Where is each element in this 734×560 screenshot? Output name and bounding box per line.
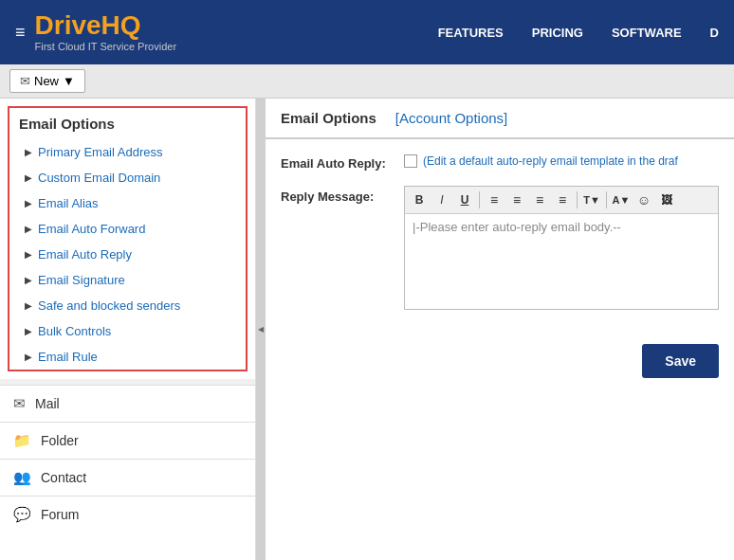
sidebar-item-email-signature[interactable]: ▶ Email Signature xyxy=(9,267,246,293)
arrow-icon: ▶ xyxy=(25,249,32,260)
nav-features[interactable]: FEATURES xyxy=(438,26,504,40)
logo-text: DriveHQ xyxy=(35,12,177,39)
logo-drive: Drive xyxy=(35,10,101,40)
email-options-section: Email Options ▶ Primary Email Address ▶ … xyxy=(8,106,248,371)
reply-message-label: Reply Message: xyxy=(281,186,404,204)
content-area: Email Options [Account Options] Email Au… xyxy=(266,99,734,560)
image-button[interactable]: 🖼 xyxy=(656,190,677,210)
sidebar-item-email-auto-forward[interactable]: ▶ Email Auto Forward xyxy=(9,216,246,242)
menu-icon[interactable]: ≡ xyxy=(15,23,26,43)
header: ≡ DriveHQ First Cloud IT Service Provide… xyxy=(0,0,734,64)
editor-body[interactable]: |-Please enter auto-reply email body.-- xyxy=(405,214,718,309)
sidebar-item-label: Bulk Controls xyxy=(38,324,111,338)
sidebar-nav-mail[interactable]: ✉ Mail xyxy=(0,385,255,422)
sidebar-item-email-alias[interactable]: ▶ Email Alias xyxy=(9,190,246,216)
new-button[interactable]: ✉ New ▼ xyxy=(9,69,85,93)
sidebar-nav-folder-label: Folder xyxy=(41,433,79,448)
sidebar-nav-contact-label: Contact xyxy=(41,470,86,485)
sidebar-item-label: Email Rule xyxy=(38,350,98,364)
arrow-icon: ▶ xyxy=(25,147,32,157)
auto-reply-checkbox[interactable] xyxy=(404,154,417,168)
save-row: Save xyxy=(266,334,734,388)
toolbar: ✉ New ▼ xyxy=(0,64,734,99)
sidebar-item-email-rule[interactable]: ▶ Email Rule xyxy=(9,344,246,370)
sidebar-item-label: Email Auto Reply xyxy=(38,247,132,262)
sidebar-item-label: Safe and blocked senders xyxy=(38,298,180,313)
folder-icon: 📁 xyxy=(13,432,31,449)
forum-icon: 💬 xyxy=(13,506,31,523)
logo-hq: HQ xyxy=(101,10,141,40)
sidebar-item-label: Custom Email Domain xyxy=(38,171,160,185)
sidebar-item-label: Email Signature xyxy=(38,273,125,287)
sidebar-item-label: Email Auto Forward xyxy=(38,222,145,236)
logo: DriveHQ First Cloud IT Service Provider xyxy=(35,12,177,52)
auto-reply-controls: (Edit a default auto-reply email templat… xyxy=(404,154,719,168)
mail-icon: ✉ xyxy=(13,395,26,412)
auto-reply-label: Email Auto Reply: xyxy=(281,154,404,171)
sidebar-item-label: Primary Email Address xyxy=(38,145,162,159)
main-container: Email Options ▶ Primary Email Address ▶ … xyxy=(0,99,734,560)
scroll-handle[interactable] xyxy=(256,99,266,560)
sidebar-item-bulk-controls[interactable]: ▶ Bulk Controls xyxy=(9,318,246,344)
contact-icon: 👥 xyxy=(13,469,31,486)
sidebar-nav-folder[interactable]: 📁 Folder xyxy=(0,422,255,459)
sidebar-item-label: Email Alias xyxy=(38,196,99,210)
sidebar: Email Options ▶ Primary Email Address ▶ … xyxy=(0,99,256,560)
new-dropdown-icon: ▼ xyxy=(63,74,75,88)
editor-toolbar: B I U ≡ ≡ ≡ ≡ T▼ A▼ ☺ 🖼 xyxy=(405,187,718,214)
align-left-button[interactable]: ≡ xyxy=(484,190,505,210)
auto-reply-row: Email Auto Reply: (Edit a default auto-r… xyxy=(281,154,719,171)
align-justify-button[interactable]: ≡ xyxy=(552,190,573,210)
logo-subtitle: First Cloud IT Service Provider xyxy=(35,41,177,52)
align-center-button[interactable]: ≡ xyxy=(506,190,527,210)
sidebar-item-safe-blocked[interactable]: ▶ Safe and blocked senders xyxy=(9,293,246,318)
nav-d[interactable]: D xyxy=(710,26,719,40)
sidebar-item-primary-email[interactable]: ▶ Primary Email Address xyxy=(9,139,246,165)
toolbar-separator-3 xyxy=(606,191,607,208)
form-area: Email Auto Reply: (Edit a default auto-r… xyxy=(266,139,734,334)
sidebar-nav-contact[interactable]: 👥 Contact xyxy=(0,459,255,496)
reply-message-row: Reply Message: B I U ≡ ≡ ≡ ≡ T▼ A xyxy=(281,186,719,310)
save-button[interactable]: Save xyxy=(642,344,719,378)
text-format-button[interactable]: T▼ xyxy=(581,190,602,210)
bold-button[interactable]: B xyxy=(409,190,430,210)
font-color-button[interactable]: A▼ xyxy=(611,190,632,210)
arrow-icon: ▶ xyxy=(25,300,32,311)
arrow-icon: ▶ xyxy=(25,352,32,362)
content-title: Email Options xyxy=(281,110,376,126)
emoji-button[interactable]: ☺ xyxy=(633,190,654,210)
sidebar-nav-mail-label: Mail xyxy=(35,396,60,411)
envelope-icon: ✉ xyxy=(20,74,30,88)
toolbar-separator-2 xyxy=(577,191,578,208)
arrow-icon: ▶ xyxy=(25,275,32,285)
italic-button[interactable]: I xyxy=(431,190,452,210)
sidebar-nav-forum-label: Forum xyxy=(41,507,79,522)
toolbar-separator-1 xyxy=(479,191,480,208)
arrow-icon: ▶ xyxy=(25,326,32,336)
nav-software[interactable]: SOFTWARE xyxy=(612,26,682,40)
sidebar-nav-forum[interactable]: 💬 Forum xyxy=(0,496,255,533)
arrow-icon: ▶ xyxy=(25,172,32,183)
account-options-link[interactable]: [Account Options] xyxy=(395,110,507,126)
underline-button[interactable]: U xyxy=(454,190,475,210)
editor-container: B I U ≡ ≡ ≡ ≡ T▼ A▼ ☺ 🖼 xyxy=(404,186,719,310)
sidebar-item-email-auto-reply[interactable]: ▶ Email Auto Reply xyxy=(9,242,246,267)
auto-reply-description: (Edit a default auto-reply email templat… xyxy=(423,154,678,168)
sidebar-section-title: Email Options xyxy=(9,108,246,139)
new-label: New xyxy=(34,74,59,88)
sidebar-item-custom-domain[interactable]: ▶ Custom Email Domain xyxy=(9,165,246,190)
align-right-button[interactable]: ≡ xyxy=(529,190,550,210)
nav-pricing[interactable]: PRICING xyxy=(532,26,583,40)
nav-links: FEATURES PRICING SOFTWARE D xyxy=(438,26,719,40)
content-header: Email Options [Account Options] xyxy=(266,99,734,139)
arrow-icon: ▶ xyxy=(25,224,32,234)
arrow-icon: ▶ xyxy=(25,198,32,208)
